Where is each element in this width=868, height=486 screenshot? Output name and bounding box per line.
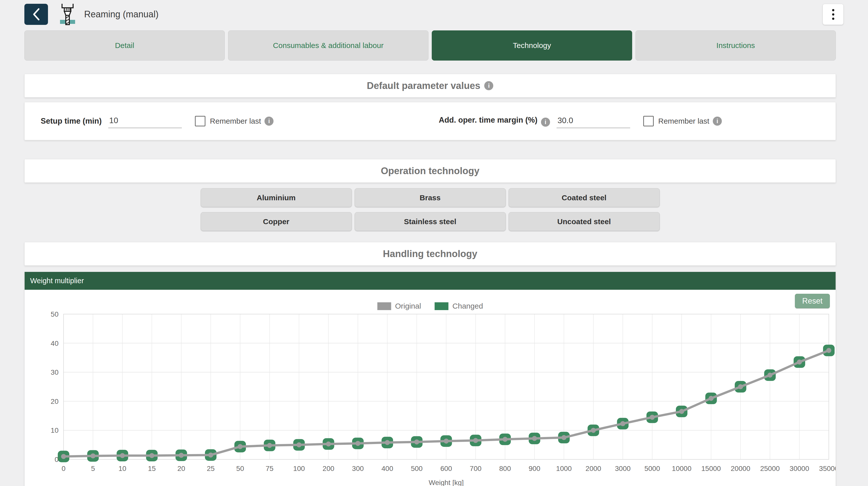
setup-time-group: Setup time (min) Remember last i <box>41 114 439 128</box>
svg-text:10: 10 <box>119 465 126 473</box>
tab-consumables[interactable]: Consumables & additional labour <box>228 30 429 61</box>
svg-text:15: 15 <box>148 465 156 473</box>
tab-instructions[interactable]: Instructions <box>636 30 836 61</box>
legend-swatch-changed <box>434 302 448 310</box>
svg-text:700: 700 <box>470 465 482 473</box>
margin-label: Add. oper. time margin (%)i <box>439 116 550 127</box>
reaming-tool-icon <box>58 2 77 26</box>
info-icon[interactable]: i <box>484 81 493 90</box>
tab-detail[interactable]: Detail <box>24 30 225 61</box>
svg-text:100: 100 <box>293 465 305 473</box>
svg-text:10000: 10000 <box>672 465 691 473</box>
svg-text:0: 0 <box>62 465 66 473</box>
svg-text:2000: 2000 <box>585 465 601 473</box>
material-button-coated-steel[interactable]: Coated steel <box>508 188 660 207</box>
kebab-dot <box>832 9 834 11</box>
svg-text:20000: 20000 <box>731 465 750 473</box>
material-button-uncoated-steel[interactable]: Uncoated steel <box>508 212 660 231</box>
svg-text:800: 800 <box>499 465 511 473</box>
svg-text:50: 50 <box>51 310 59 318</box>
back-button[interactable] <box>24 4 48 25</box>
svg-text:40: 40 <box>51 339 59 347</box>
material-button-copper[interactable]: Copper <box>201 212 352 231</box>
weight-multiplier-title: Weight multiplier <box>30 277 84 285</box>
margin-remember-checkbox[interactable] <box>643 116 654 126</box>
svg-text:5: 5 <box>91 465 95 473</box>
material-button-stainless-steel[interactable]: Stainless steel <box>354 212 506 231</box>
default-parameters-title: Default parameter values <box>367 81 480 91</box>
setup-time-label: Setup time (min) <box>41 117 102 126</box>
material-button-aluminium[interactable]: Aluminium <box>201 188 352 207</box>
svg-text:3000: 3000 <box>615 465 631 473</box>
handling-technology-header: Handling technology <box>24 242 836 266</box>
legend-item-original: Original <box>377 302 421 310</box>
legend-label-changed: Changed <box>452 302 483 310</box>
legend-swatch-original <box>377 302 391 310</box>
tab-technology[interactable]: Technology <box>432 30 632 61</box>
weight-multiplier-bar: Weight multiplier <box>25 272 836 290</box>
kebab-dot <box>832 13 834 16</box>
svg-text:30: 30 <box>51 368 59 376</box>
reset-button[interactable]: Reset <box>795 294 830 308</box>
info-icon[interactable]: i <box>265 117 274 126</box>
default-parameters-panel: Setup time (min) Remember last i Add. op… <box>24 102 836 140</box>
svg-text:15000: 15000 <box>701 465 721 473</box>
operation-technology-header: Operation technology <box>24 159 836 183</box>
svg-text:25000: 25000 <box>760 465 780 473</box>
setup-remember-label: Remember last <box>210 117 261 125</box>
tab-bar: Detail Consumables & additional labour T… <box>24 30 836 61</box>
kebab-dot <box>832 18 834 20</box>
svg-text:25: 25 <box>207 465 215 473</box>
material-button-brass[interactable]: Brass <box>354 188 506 207</box>
svg-text:900: 900 <box>529 465 540 473</box>
setup-time-input[interactable] <box>108 114 182 128</box>
info-icon[interactable]: i <box>541 118 550 127</box>
chart-legend: Original Changed <box>377 302 483 310</box>
top-bar: Reaming (manual) <box>0 0 868 25</box>
svg-text:600: 600 <box>440 465 452 473</box>
kebab-menu-button[interactable] <box>823 4 844 25</box>
svg-text:20: 20 <box>177 465 185 473</box>
svg-text:200: 200 <box>322 465 334 473</box>
svg-text:10: 10 <box>51 426 59 434</box>
svg-text:1000: 1000 <box>556 465 571 473</box>
handling-technology-title: Handling technology <box>383 248 477 259</box>
setup-remember-checkbox[interactable] <box>195 116 206 126</box>
svg-text:Weight [kg]: Weight [kg] <box>429 479 464 486</box>
material-row-1: Aluminium Brass Coated steel <box>24 188 836 207</box>
material-row-2: Copper Stainless steel Uncoated steel <box>24 212 836 231</box>
svg-text:50: 50 <box>236 465 244 473</box>
margin-group: Add. oper. time margin (%)i Remember las… <box>439 114 722 128</box>
legend-item-changed: Changed <box>434 302 483 310</box>
info-icon[interactable]: i <box>713 117 722 126</box>
legend-label-original: Original <box>395 302 421 310</box>
chevron-left-icon <box>32 8 40 21</box>
svg-text:300: 300 <box>352 465 364 473</box>
margin-label-text: Add. oper. time margin (%) <box>439 116 537 124</box>
weight-multiplier-chart-area: Reset Original Changed 01020304050051015… <box>25 290 836 486</box>
svg-text:5000: 5000 <box>645 465 660 473</box>
app-page: Reaming (manual) Detail Consumables & ad… <box>0 0 868 486</box>
svg-text:500: 500 <box>411 465 423 473</box>
weight-multiplier-card: Weight multiplier Reset Original Changed… <box>24 272 836 486</box>
margin-input[interactable] <box>557 114 630 128</box>
operation-technology-title: Operation technology <box>381 165 479 176</box>
svg-text:400: 400 <box>381 465 393 473</box>
margin-remember-label: Remember last <box>658 117 709 125</box>
svg-text:30000: 30000 <box>789 465 809 473</box>
weight-multiplier-chart: 0102030405005101520255075100200300400500… <box>25 290 836 486</box>
default-parameters-header: Default parameter values i <box>24 74 836 97</box>
page-title: Reaming (manual) <box>84 9 158 20</box>
svg-text:35000: 35000 <box>819 465 836 473</box>
svg-text:20: 20 <box>51 398 59 405</box>
svg-text:75: 75 <box>266 465 274 473</box>
